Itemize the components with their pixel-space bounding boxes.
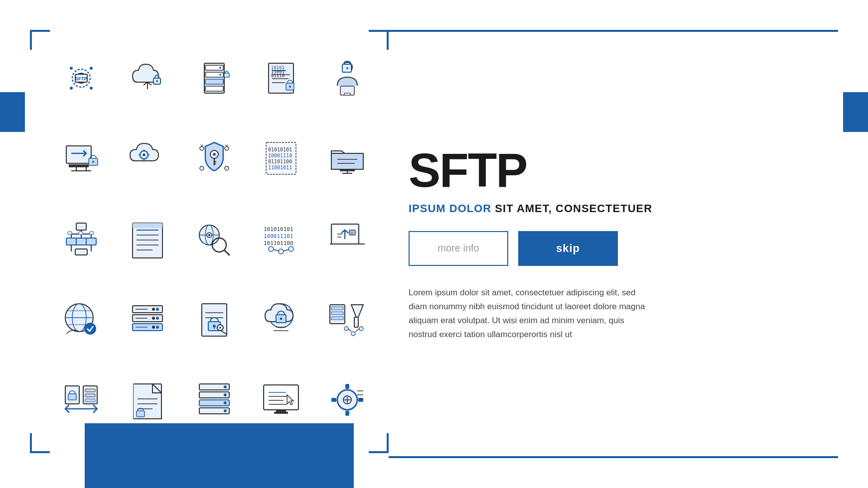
svg-rect-151 [331,307,343,310]
svg-point-48 [200,146,204,150]
svg-text:SFTP: SFTP [75,76,87,81]
svg-rect-165 [85,389,95,392]
svg-rect-153 [331,317,343,320]
svg-point-6 [70,87,73,90]
svg-point-131 [156,326,159,329]
svg-point-57 [213,153,216,156]
gear-upload-icon [325,377,370,422]
svg-text:01010101: 01010101 [268,147,292,152]
svg-rect-86 [75,249,87,255]
svg-rect-34 [66,146,91,163]
svg-rect-192 [345,384,349,389]
svg-point-43 [143,153,145,156]
subtitle-highlight: IPSUM DOLOR [409,202,491,215]
svg-point-140 [213,325,216,328]
svg-point-132 [152,326,155,329]
svg-rect-18 [224,73,229,77]
svg-point-7 [90,87,93,90]
svg-point-144 [219,327,221,329]
svg-point-16 [219,67,221,69]
sftp-gear-icon: SFTP [59,56,104,101]
subtitle: IPSUM DOLOR SIT AMET, CONSECTETUER [409,202,818,215]
svg-point-178 [224,393,227,396]
server-rows-icon [125,297,170,342]
corner-bracket-bl [30,433,50,453]
svg-point-127 [156,308,159,311]
svg-rect-189 [274,412,288,414]
svg-text:01110: 01110 [271,73,285,78]
svg-rect-166 [85,394,95,397]
svg-rect-155 [354,317,358,327]
description-text: Lorem ipsum dolor sit amet, consectetuer… [409,286,648,342]
svg-line-160 [355,329,359,332]
svg-rect-15 [205,86,223,91]
monitor-transfer-icon [59,136,104,181]
binary-network-icon: 101010101 100011101 101101100 [259,217,303,261]
svg-rect-115 [349,230,355,235]
svg-text:101010101: 101010101 [264,226,293,233]
cloud-upload-lock-icon [125,56,170,101]
content-panel: SFTP IPSUM DOLOR SIT AMET, CONSECTETUER … [389,30,838,458]
binary-code-icon: 01010101 10001110 01101100 11001011 [259,136,303,181]
svg-rect-167 [85,399,95,402]
svg-rect-78 [66,238,76,245]
server-arrow-stack-icon [192,377,237,422]
icons-grid: SFTP [50,40,379,438]
top-line [389,30,838,32]
svg-point-129 [156,317,159,320]
svg-rect-83 [90,232,94,235]
cloud-lock-settings-icon [259,297,303,342]
globe-lock-icon [59,297,104,342]
svg-point-106 [269,246,274,251]
svg-point-179 [224,401,227,404]
shield-key-icon [192,136,237,181]
svg-marker-154 [351,305,363,317]
svg-rect-172 [137,411,145,417]
svg-point-41 [92,161,94,163]
file-security-label-icon [125,377,170,422]
cloud-gear-icon [125,136,170,181]
svg-point-177 [224,385,227,388]
svg-point-54 [200,166,204,170]
svg-rect-81 [68,232,72,235]
svg-text:11001011: 11001011 [268,165,292,170]
svg-line-100 [224,250,229,255]
eye-globe-icon [192,217,237,261]
svg-point-130 [152,317,155,320]
blue-accent-left [0,92,25,132]
document-lock-file-icon [192,297,237,342]
main-container: SFTP [30,30,838,458]
svg-text:101101100: 101101100 [264,240,293,246]
svg-rect-33 [344,93,350,95]
document-list-icon [125,217,170,261]
svg-point-10 [156,80,158,82]
data-flow-icon [325,297,370,342]
person-lock-icon [325,56,370,101]
svg-rect-162 [68,394,76,400]
svg-point-28 [289,86,291,88]
svg-text:01101100: 01101100 [268,159,292,164]
svg-point-98 [208,234,210,236]
svg-rect-152 [331,312,343,315]
svg-point-5 [90,67,93,70]
buttons-row: more info skip [409,231,818,266]
svg-point-157 [351,332,355,336]
svg-point-107 [279,249,284,254]
svg-point-158 [359,327,363,331]
svg-rect-79 [76,238,86,245]
svg-point-51 [225,146,229,150]
svg-rect-66 [331,153,363,169]
blue-accent-right [843,92,868,132]
svg-rect-72 [76,223,86,230]
svg-line-159 [348,329,351,332]
server-rack-icon [192,56,237,101]
svg-rect-194 [331,398,336,402]
icons-panel: SFTP [30,30,389,458]
more-info-button[interactable]: more info [409,231,508,266]
svg-rect-35 [69,164,89,167]
network-hierarchy-icon [59,217,104,261]
svg-point-123 [84,323,96,335]
svg-rect-188 [276,410,286,412]
skip-button[interactable]: skip [518,231,618,266]
svg-point-156 [344,327,348,331]
